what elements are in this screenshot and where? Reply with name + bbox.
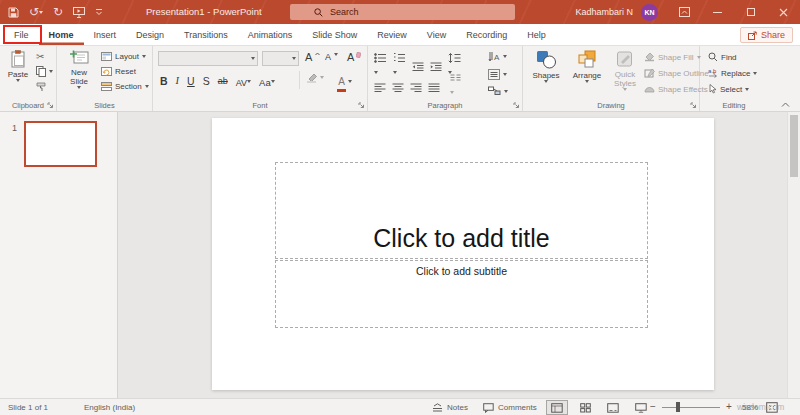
- section-button[interactable]: Section: [101, 82, 149, 91]
- comments-button[interactable]: Comments: [483, 401, 537, 414]
- subtitle-placeholder[interactable]: Click to add subtitle: [275, 260, 648, 328]
- close-button[interactable]: [767, 0, 800, 24]
- text-direction-button[interactable]: A: [488, 51, 507, 62]
- arrange-button[interactable]: Arrange: [568, 50, 606, 83]
- title-placeholder-text: Click to add title: [373, 224, 549, 253]
- convert-to-smartart-button[interactable]: [488, 86, 508, 96]
- bold-button[interactable]: B: [160, 76, 168, 87]
- select-button[interactable]: Select: [708, 84, 749, 94]
- maximize-button[interactable]: [734, 0, 767, 24]
- justify-button[interactable]: [428, 83, 440, 93]
- normal-view-button[interactable]: [546, 400, 568, 415]
- ribbon-display-options-icon[interactable]: [668, 0, 701, 24]
- decrease-indent-button[interactable]: [412, 62, 424, 72]
- tab-transitions[interactable]: Transitions: [174, 24, 238, 45]
- slide-canvas[interactable]: Click to add title Click to add subtitle: [212, 118, 714, 390]
- find-button[interactable]: Find: [708, 52, 737, 62]
- paste-dropdown-icon[interactable]: [16, 79, 20, 82]
- vertical-scrollbar[interactable]: [787, 112, 800, 398]
- tab-view[interactable]: View: [417, 24, 456, 45]
- align-right-button[interactable]: [410, 83, 422, 93]
- new-slide-button[interactable]: New Slide: [63, 50, 95, 89]
- start-slideshow-icon[interactable]: [73, 7, 85, 18]
- copy-button[interactable]: [36, 66, 53, 77]
- clipboard-dialog-launcher[interactable]: [47, 102, 54, 109]
- scissors-icon: ✂: [36, 51, 44, 62]
- quick-styles-button[interactable]: Quick Styles: [609, 50, 641, 91]
- replace-button[interactable]: ab Replace: [708, 68, 757, 78]
- shape-fill-button[interactable]: Shape Fill: [644, 52, 701, 62]
- language-indicator[interactable]: English (India): [84, 403, 135, 412]
- font-size-combo[interactable]: [262, 51, 299, 66]
- tab-help[interactable]: Help: [517, 24, 556, 45]
- account-name[interactable]: Kadhambari N: [575, 7, 633, 17]
- clear-formatting-button[interactable]: A: [347, 52, 361, 63]
- highlighter-icon: [306, 72, 318, 83]
- slide-show-view-button[interactable]: [630, 400, 652, 415]
- save-icon[interactable]: [8, 7, 19, 18]
- tab-animations[interactable]: Animations: [238, 24, 303, 45]
- font-color-button[interactable]: A: [337, 71, 352, 92]
- notes-button[interactable]: Notes: [432, 401, 468, 414]
- reading-view-button[interactable]: [602, 400, 624, 415]
- zoom-slider-track[interactable]: [662, 407, 720, 408]
- zoom-in-button[interactable]: +: [726, 401, 732, 412]
- new-slide-dropdown-icon[interactable]: [77, 86, 81, 89]
- paragraph-dialog-launcher[interactable]: [513, 102, 520, 109]
- search-icon: [314, 8, 323, 17]
- paste-button[interactable]: Paste: [4, 50, 32, 82]
- customize-qat-icon[interactable]: [95, 8, 103, 17]
- collapse-ribbon-icon[interactable]: [781, 102, 790, 108]
- strikethrough-button[interactable]: ab: [218, 77, 228, 86]
- font-color-swatch: [337, 89, 346, 92]
- paragraph-group-label: Paragraph: [368, 101, 522, 110]
- tab-slide-show[interactable]: Slide Show: [302, 24, 367, 45]
- slide-sorter-view-button[interactable]: [574, 400, 596, 415]
- tab-design[interactable]: Design: [126, 24, 174, 45]
- title-placeholder[interactable]: Click to add title: [275, 162, 648, 259]
- font-name-combo[interactable]: [158, 51, 258, 66]
- tab-file[interactable]: File: [4, 24, 39, 45]
- decrease-font-size-button[interactable]: A: [325, 53, 338, 62]
- ribbon-tabs-row: File Home Insert Design Transitions Anim…: [0, 24, 800, 46]
- format-painter-button[interactable]: [36, 82, 46, 92]
- scrollbar-thumb[interactable]: [790, 115, 798, 177]
- tab-insert[interactable]: Insert: [84, 24, 127, 45]
- highlight-color-button[interactable]: [306, 72, 324, 83]
- share-icon: [748, 31, 757, 40]
- zoom-slider-handle[interactable]: [676, 402, 680, 412]
- font-dialog-launcher[interactable]: [358, 102, 365, 109]
- align-center-button[interactable]: [392, 83, 404, 93]
- tab-review[interactable]: Review: [367, 24, 417, 45]
- tab-recording[interactable]: Recording: [456, 24, 517, 45]
- text-shadow-button[interactable]: S: [203, 76, 210, 87]
- drawing-dialog-launcher[interactable]: [690, 102, 697, 109]
- comments-icon: [483, 403, 494, 413]
- align-text-button[interactable]: [488, 69, 507, 80]
- underline-button[interactable]: U: [187, 76, 195, 87]
- avatar[interactable]: KN: [641, 4, 658, 21]
- quick-access-toolbar: ↺ ↻: [8, 0, 103, 24]
- increase-indent-button[interactable]: [430, 62, 442, 72]
- layout-button[interactable]: Layout: [101, 52, 146, 61]
- cut-button[interactable]: ✂: [36, 51, 44, 62]
- slide-indicator[interactable]: Slide 1 of 1: [8, 403, 48, 412]
- minimize-button[interactable]: [701, 0, 734, 24]
- redo-icon[interactable]: ↻: [53, 6, 63, 18]
- ribbon: Paste ✂ Clipboard New Slide Layout Reset: [0, 46, 800, 112]
- columns-button[interactable]: [450, 74, 461, 101]
- undo-icon[interactable]: ↺: [29, 6, 43, 18]
- increase-font-size-button[interactable]: A: [305, 52, 320, 63]
- replace-icon: ab: [708, 68, 718, 78]
- tab-home[interactable]: Home: [39, 24, 84, 45]
- reset-button[interactable]: Reset: [101, 67, 136, 76]
- zoom-out-button[interactable]: −: [650, 401, 656, 412]
- change-case-button[interactable]: Aa: [259, 72, 275, 90]
- align-left-button[interactable]: [374, 83, 386, 93]
- share-button[interactable]: Share: [740, 27, 793, 43]
- shapes-button[interactable]: Shapes: [528, 50, 564, 83]
- search-input[interactable]: Search: [290, 4, 515, 20]
- italic-button[interactable]: I: [176, 76, 180, 87]
- character-spacing-button[interactable]: AV: [236, 72, 251, 90]
- slide-thumbnail[interactable]: [24, 121, 97, 167]
